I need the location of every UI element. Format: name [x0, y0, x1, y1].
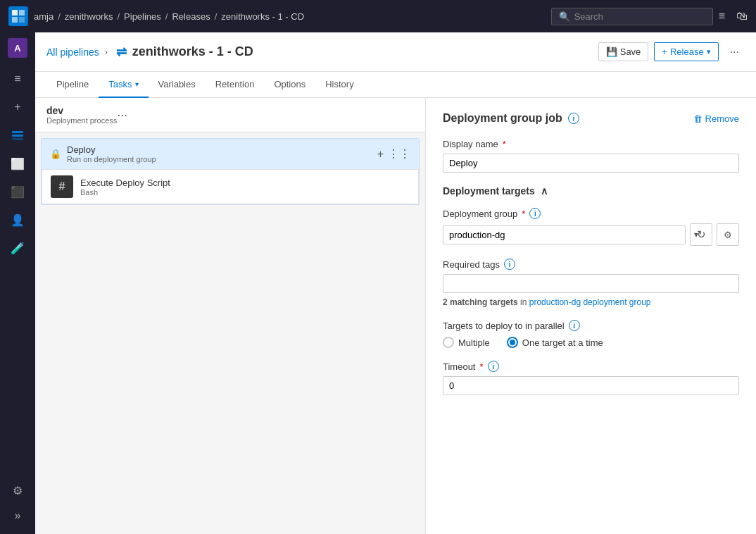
required-tags-field: Required tags i 2 matching targets in pr…	[443, 259, 739, 307]
sidebar-icon-menu[interactable]: ≡	[5, 66, 30, 92]
required-tags-info-icon[interactable]: i	[504, 259, 515, 270]
radio-one-circle	[507, 337, 518, 348]
deployment-group-dropdown: production-dg ▾ ↻ ⚙	[443, 223, 739, 246]
content-area: All pipelines › ⇌ zenithworks - 1 - CD 💾…	[35, 32, 756, 534]
breadcrumb-releases[interactable]: Releases	[172, 11, 210, 22]
page-title: ⇌ zenithworks - 1 - CD	[116, 44, 590, 60]
stage-name: dev	[46, 105, 117, 116]
task-group-sub: Run on deployment group	[67, 155, 372, 163]
radio-one-at-time[interactable]: One target at a time	[507, 337, 603, 348]
radio-multiple[interactable]: Multiple	[443, 337, 490, 348]
right-panel: Deployment group job i 🗑 Remove Display …	[426, 98, 756, 534]
notifications-icon[interactable]: 🛍	[736, 10, 748, 23]
save-button[interactable]: 💾 Save	[598, 42, 649, 61]
task-group-drag-button[interactable]: ⋮⋮	[388, 147, 410, 161]
stage-more-button[interactable]: ···	[117, 108, 127, 123]
deployment-group-field: Deployment group * i production-dg ▾ ↻ ⚙	[443, 208, 739, 246]
plus-icon: +	[662, 46, 667, 57]
panel-title-info-icon[interactable]: i	[568, 113, 579, 124]
sidebar-icon-flask[interactable]: 🧪	[5, 235, 30, 261]
list-icon[interactable]: ≡	[719, 10, 725, 23]
svg-rect-3	[19, 17, 25, 23]
settings-icon[interactable]: ⚙	[5, 478, 30, 503]
tab-variables[interactable]: Variables	[149, 72, 206, 98]
search-box[interactable]: 🔍	[551, 8, 713, 25]
deployment-group-label: Deployment group * i	[443, 208, 739, 219]
left-panel: dev Deployment process ··· 🔒 Deploy Run …	[35, 98, 426, 534]
svg-rect-6	[12, 138, 23, 140]
collapse-chevron-icon: ∧	[541, 185, 548, 197]
svg-rect-5	[12, 135, 23, 137]
tab-history[interactable]: History	[315, 72, 363, 98]
more-options-button[interactable]: ···	[724, 42, 745, 62]
release-button[interactable]: + Release ▾	[654, 42, 718, 61]
task-item[interactable]: # Execute Deploy Script Bash	[42, 169, 419, 204]
deployment-targets-header[interactable]: Deployment targets ∧	[443, 185, 739, 197]
timeout-input[interactable]	[443, 376, 739, 395]
breadcrumb: amja / zenithworks / Pipelines / Release…	[34, 11, 546, 22]
timeout-required-asterisk: *	[479, 361, 483, 372]
refresh-button[interactable]: ↻	[690, 223, 712, 246]
tab-options[interactable]: Options	[264, 72, 315, 98]
timeout-info-icon[interactable]: i	[488, 361, 499, 372]
breadcrumb-chevron: ›	[105, 47, 108, 57]
panel-title-row: Deployment group job i 🗑 Remove	[443, 112, 739, 125]
sidebar-icon-pipeline[interactable]	[5, 123, 30, 148]
sidebar-icon-red[interactable]: ⬛	[5, 179, 30, 204]
settings-button[interactable]: ⚙	[717, 223, 739, 246]
breadcrumb-amja[interactable]: amja	[34, 11, 53, 22]
display-name-field: Display name *	[443, 139, 739, 173]
save-icon: 💾	[606, 46, 617, 57]
split-pane: dev Deployment process ··· 🔒 Deploy Run …	[35, 98, 756, 534]
top-bar: amja / zenithworks / Pipelines / Release…	[0, 0, 756, 32]
timeout-field: Timeout * i	[443, 361, 739, 395]
trash-icon: 🗑	[693, 113, 703, 124]
dg-required-asterisk: *	[522, 209, 525, 219]
tab-retention[interactable]: Retention	[206, 72, 265, 98]
targets-parallel-info-icon[interactable]: i	[569, 320, 580, 331]
avatar[interactable]: A	[8, 38, 27, 58]
task-group-add-button[interactable]: +	[377, 147, 384, 161]
stage-header: dev Deployment process ···	[35, 98, 425, 132]
deployment-group-link[interactable]: production-dg deployment group	[529, 297, 651, 307]
svg-rect-4	[12, 131, 23, 133]
task-group-header[interactable]: 🔒 Deploy Run on deployment group + ⋮⋮	[42, 139, 419, 169]
deployment-group-info-icon[interactable]: i	[529, 208, 541, 219]
page-breadcrumb: All pipelines ›	[46, 46, 108, 58]
tab-pipeline[interactable]: Pipeline	[46, 72, 99, 98]
sidebar-icon-user[interactable]: 👤	[5, 207, 30, 232]
display-name-input[interactable]	[443, 154, 739, 173]
sidebar-icon-add[interactable]: +	[5, 94, 30, 120]
task-name: Execute Deploy Script	[80, 178, 410, 188]
tab-bar: Pipeline Tasks ▾ Variables Retention Opt…	[35, 72, 756, 98]
breadcrumb-zenithworks[interactable]: zenithworks	[65, 11, 113, 22]
top-bar-icons: ≡ 🛍	[719, 10, 748, 23]
targets-parallel-field: Targets to deploy to in parallel i Multi…	[443, 320, 739, 348]
breadcrumb-current[interactable]: zenithworks - 1 - CD	[221, 11, 304, 22]
task-info: Execute Deploy Script Bash	[80, 178, 410, 197]
stage-sub: Deployment process	[46, 116, 117, 125]
pipeline-icon: ⇌	[116, 44, 127, 60]
radio-group: Multiple One target at a time	[443, 337, 739, 348]
targets-parallel-label: Targets to deploy to in parallel i	[443, 320, 739, 331]
radio-multiple-circle	[443, 337, 454, 348]
remove-button[interactable]: 🗑 Remove	[693, 113, 739, 124]
required-tags-input[interactable]	[443, 274, 739, 293]
search-input[interactable]	[574, 11, 705, 22]
svg-rect-0	[12, 10, 18, 15]
app-logo	[8, 6, 28, 26]
deployment-group-select[interactable]: production-dg	[443, 225, 686, 244]
task-group: 🔒 Deploy Run on deployment group + ⋮⋮ #	[41, 138, 420, 205]
release-chevron-icon: ▾	[707, 47, 711, 56]
timeout-label: Timeout * i	[443, 361, 739, 372]
collapse-icon[interactable]: »	[5, 503, 30, 528]
all-pipelines-link[interactable]: All pipelines	[46, 46, 99, 58]
sidebar-icon-boards[interactable]: ⬜	[5, 151, 30, 176]
svg-rect-1	[19, 10, 25, 15]
svg-rect-2	[12, 17, 18, 23]
page-actions: 💾 Save + Release ▾ ···	[598, 42, 745, 62]
deployment-group-icon: 🔒	[50, 149, 61, 159]
matching-targets-text: 2 matching targets in production-dg depl…	[443, 297, 739, 307]
tab-tasks[interactable]: Tasks ▾	[99, 72, 148, 98]
breadcrumb-pipelines[interactable]: Pipelines	[124, 11, 161, 22]
